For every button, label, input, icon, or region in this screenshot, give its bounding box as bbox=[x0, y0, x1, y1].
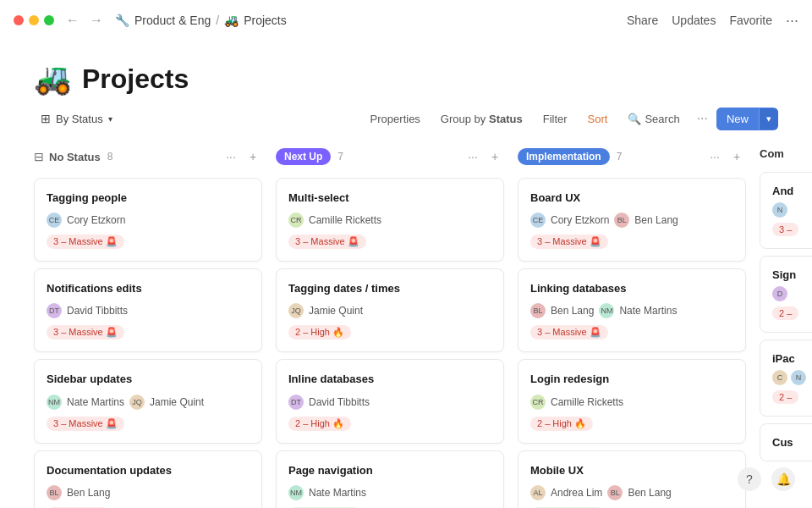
back-button[interactable]: ← bbox=[63, 11, 83, 30]
badge-high-2: 2 – High 🔥 bbox=[288, 325, 351, 340]
person-cory-etzkorn-2: Cory Etzkorn bbox=[551, 214, 609, 226]
column-implementation-add[interactable]: + bbox=[727, 147, 746, 166]
forward-button[interactable]: → bbox=[86, 11, 107, 30]
column-complete-label: Com bbox=[760, 147, 784, 160]
updates-button[interactable]: Updates bbox=[672, 14, 716, 27]
badge-massive-6: 3 – Massive 🚨 bbox=[530, 325, 608, 340]
column-implementation: Implementation 7 ··· + Board UX CE Cory … bbox=[518, 144, 746, 508]
search-button[interactable]: 🔍 Search bbox=[619, 108, 688, 130]
card-mobile-ux-meta: AL Andrea Lim BL Ben Lang bbox=[530, 485, 733, 500]
page-icon: 🚜 bbox=[34, 61, 72, 97]
card-multi-select-meta: CR Camille Ricketts bbox=[288, 213, 491, 228]
partial-card-4-title: Cus bbox=[772, 436, 812, 449]
card-board-ux-meta: CE Cory Etzkorn BL Ben Lang bbox=[530, 213, 733, 228]
badge-massive-3: 3 – Massive 🚨 bbox=[47, 417, 124, 431]
titlebar: ← → 🔧 Product & Eng / 🚜 Projects Share U… bbox=[0, 0, 812, 41]
minimize-button[interactable] bbox=[29, 15, 39, 25]
new-button[interactable]: New bbox=[716, 108, 759, 130]
card-page-navigation-meta: NM Nate Martins bbox=[288, 485, 491, 500]
more-options-icon[interactable]: ··· bbox=[786, 12, 798, 30]
board-icon: ⊞ bbox=[41, 112, 51, 125]
person-david-tibbitts: David Tibbitts bbox=[67, 305, 128, 317]
avatar-nate-martins-3: NM bbox=[599, 303, 614, 318]
card-board-ux[interactable]: Board UX CE Cory Etzkorn BL Ben Lang 3 –… bbox=[518, 178, 746, 262]
column-complete-header: Com bbox=[760, 144, 812, 163]
partial-card-4[interactable]: Cus bbox=[760, 423, 812, 461]
avatar-cory-etzkorn-2: CE bbox=[530, 213, 546, 228]
chevron-down-icon: ▾ bbox=[108, 114, 112, 124]
card-inline-databases[interactable]: Inline databases DT David Tibbitts 2 – H… bbox=[276, 359, 504, 443]
card-multi-select[interactable]: Multi-select CR Camille Ricketts 3 – Mas… bbox=[276, 178, 504, 262]
card-login-redesign[interactable]: Login redesign CR Camille Ricketts 2 – H… bbox=[518, 359, 746, 443]
search-label: Search bbox=[645, 113, 679, 125]
badge-massive-5: 3 – Massive 🚨 bbox=[530, 235, 608, 249]
partial-card-1[interactable]: And N 3 – bbox=[760, 172, 812, 249]
partial-card-2[interactable]: Sign D 2 – bbox=[760, 256, 812, 333]
card-tagging-dates-title: Tagging dates / times bbox=[288, 281, 491, 296]
partial-badge-1: 3 – bbox=[772, 223, 798, 236]
column-next-up-more[interactable]: ··· bbox=[464, 147, 482, 166]
page-header: 🚜 Projects bbox=[0, 41, 812, 107]
partial-card-3[interactable]: iPac C N 2 – bbox=[760, 340, 812, 417]
avatar-jamie-quint-2: JQ bbox=[288, 303, 304, 318]
breadcrumb-parent[interactable]: Product & Eng bbox=[134, 14, 211, 27]
traffic-lights bbox=[14, 15, 54, 25]
partial-card-3-meta: C N bbox=[772, 370, 812, 385]
card-linking-databases[interactable]: Linking databases BL Ben Lang NM Nate Ma… bbox=[518, 268, 746, 352]
toolbar: ⊞ By Status ▾ Properties Group by Status… bbox=[0, 107, 812, 130]
avatar-camille-ricketts-2: CR bbox=[530, 395, 546, 410]
column-no-status-add[interactable]: + bbox=[244, 147, 262, 166]
column-implementation-more[interactable]: ··· bbox=[705, 147, 724, 166]
new-button-wrapper: New ▾ bbox=[716, 108, 778, 130]
card-documentation-updates[interactable]: Documentation updates BL Ben Lang 2 – Hi… bbox=[34, 450, 262, 508]
card-page-navigation[interactable]: Page navigation NM Nate Martins 1 – Norm… bbox=[276, 450, 504, 508]
partial-card-1-title: And bbox=[772, 185, 812, 197]
column-next-up-add[interactable]: + bbox=[486, 147, 504, 166]
partial-card-2-meta: D bbox=[772, 286, 812, 301]
card-sidebar-updates[interactable]: Sidebar updates NM Nate Martins JQ Jamie… bbox=[34, 359, 262, 443]
partial-avatar-2: D bbox=[772, 286, 787, 301]
filter-button[interactable]: Filter bbox=[535, 108, 576, 130]
card-documentation-updates-title: Documentation updates bbox=[47, 463, 250, 478]
breadcrumb-page[interactable]: Projects bbox=[244, 14, 287, 27]
new-button-caret[interactable]: ▾ bbox=[759, 108, 778, 130]
person-ben-lang: Ben Lang bbox=[67, 487, 110, 499]
properties-button[interactable]: Properties bbox=[362, 108, 429, 130]
person-cory-etzkorn: Cory Etzkorn bbox=[67, 214, 125, 226]
board-container: ⊟ No Status 8 ··· + Tagging people CE Co… bbox=[0, 144, 812, 508]
help-button[interactable]: ? bbox=[738, 467, 761, 491]
more-toolbar-icon[interactable]: ··· bbox=[692, 107, 713, 130]
favorite-button[interactable]: Favorite bbox=[729, 14, 772, 27]
badge-massive-4: 3 – Massive 🚨 bbox=[288, 235, 366, 249]
card-notifications-edits[interactable]: Notifications edits DT David Tibbitts 3 … bbox=[34, 268, 262, 352]
card-multi-select-title: Multi-select bbox=[288, 190, 491, 206]
avatar-nate-martins-2: NM bbox=[288, 485, 304, 500]
column-no-status-count: 8 bbox=[107, 151, 113, 163]
person-ben-lang-4: Ben Lang bbox=[628, 487, 671, 499]
avatar-andrea-lim: AL bbox=[530, 485, 546, 500]
share-button[interactable]: Share bbox=[627, 14, 658, 27]
nav-arrows: ← → bbox=[63, 11, 107, 30]
column-next-up-label: Next Up bbox=[276, 148, 331, 165]
sort-button[interactable]: Sort bbox=[579, 108, 617, 130]
view-selector[interactable]: ⊞ By Status ▾ bbox=[34, 108, 119, 130]
column-implementation-actions: ··· + bbox=[705, 147, 746, 166]
group-by-button[interactable]: Group by Status bbox=[432, 108, 531, 130]
card-tagging-people[interactable]: Tagging people CE Cory Etzkorn 3 – Massi… bbox=[34, 178, 262, 262]
column-no-status-label: No Status bbox=[49, 151, 101, 163]
person-nate-martins: Nate Martins bbox=[67, 396, 124, 408]
close-button[interactable] bbox=[14, 15, 24, 25]
partial-badge-3: 2 – bbox=[772, 390, 798, 404]
card-tagging-dates[interactable]: Tagging dates / times JQ Jamie Quint 2 –… bbox=[276, 268, 504, 352]
card-board-ux-title: Board UX bbox=[530, 190, 733, 206]
column-no-status-more[interactable]: ··· bbox=[222, 147, 240, 166]
partial-card-3-title: iPac bbox=[772, 352, 812, 365]
card-documentation-updates-meta: BL Ben Lang bbox=[47, 485, 250, 500]
card-inline-databases-title: Inline databases bbox=[288, 372, 491, 387]
maximize-button[interactable] bbox=[44, 15, 54, 25]
card-notifications-edits-meta: DT David Tibbitts bbox=[47, 303, 250, 318]
card-mobile-ux[interactable]: Mobile UX AL Andrea Lim BL Ben Lang 1 – … bbox=[518, 450, 746, 508]
notify-button[interactable]: 🔔 bbox=[771, 467, 795, 491]
card-login-redesign-meta: CR Camille Ricketts bbox=[530, 395, 733, 410]
breadcrumb-icon: 🔧 bbox=[115, 14, 129, 27]
